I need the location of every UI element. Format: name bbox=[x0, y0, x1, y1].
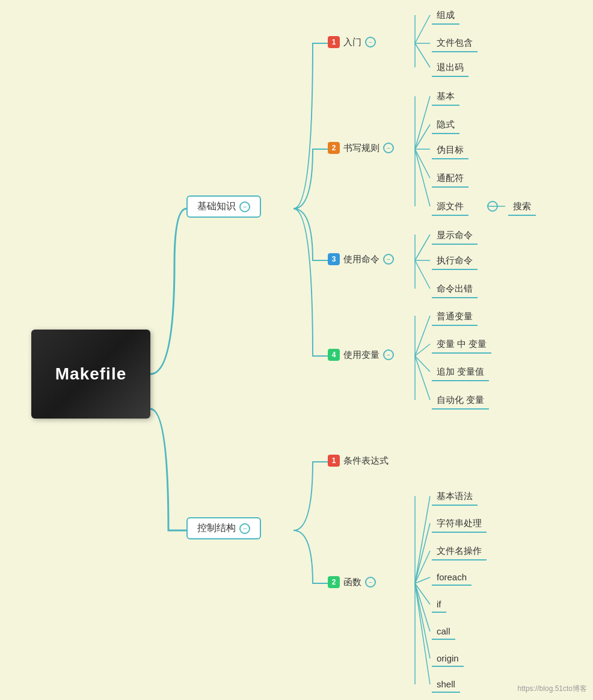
leaf-if: if bbox=[432, 597, 446, 613]
jichu-zhishi-label: 基础知识 bbox=[197, 200, 236, 213]
section-rules: 2 书写规则 − bbox=[328, 142, 394, 154]
leaf-shell: shell bbox=[432, 677, 460, 693]
svg-line-0 bbox=[415, 15, 430, 43]
funcs-label: 函数 bbox=[343, 577, 361, 588]
section-commands: 3 使用命令 − bbox=[328, 253, 394, 265]
svg-line-22 bbox=[415, 551, 430, 583]
rules-label: 书写规则 bbox=[343, 143, 379, 154]
svg-line-5 bbox=[415, 124, 430, 149]
leaf-zucheng: 组成 bbox=[432, 7, 459, 25]
svg-line-4 bbox=[415, 96, 430, 149]
svg-line-23 bbox=[415, 577, 430, 583]
svg-line-2 bbox=[415, 43, 430, 67]
intro-label: 入门 bbox=[343, 37, 361, 48]
svg-line-15 bbox=[415, 316, 430, 356]
leaf-ywj: 源文件 bbox=[432, 198, 469, 216]
section-funcs: 2 函数 − bbox=[328, 576, 376, 588]
leaf-jbyf: 基本语法 bbox=[432, 488, 478, 506]
svg-line-21 bbox=[415, 523, 430, 583]
svg-line-18 bbox=[415, 356, 430, 400]
leaf-zjblz: 追加 变量值 bbox=[432, 364, 489, 381]
leaf-origin: origin bbox=[432, 651, 464, 667]
svg-line-24 bbox=[415, 583, 430, 604]
jichu-collapse-icon[interactable]: − bbox=[239, 201, 250, 212]
svg-line-17 bbox=[415, 356, 430, 372]
leaf-ptbl: 普通变量 bbox=[432, 309, 478, 326]
badge-rules: 2 bbox=[328, 142, 340, 154]
control-collapse-icon[interactable]: − bbox=[239, 523, 250, 534]
leaf-jiben: 基本 bbox=[432, 88, 459, 106]
leaf-search: 搜索 bbox=[508, 198, 536, 216]
vars-label: 使用变量 bbox=[343, 349, 379, 361]
leaf-zfscl: 字符串处理 bbox=[432, 515, 487, 533]
badge-funcs: 2 bbox=[328, 576, 340, 588]
control-label: 控制结构 bbox=[197, 522, 236, 535]
badge-cond: 1 bbox=[328, 455, 340, 467]
leaf-xsml: 显示命令 bbox=[432, 227, 478, 245]
cond-label: 条件表达式 bbox=[343, 455, 389, 467]
svg-line-7 bbox=[415, 149, 430, 178]
funcs-collapse[interactable]: − bbox=[365, 577, 376, 588]
svg-line-25 bbox=[415, 583, 430, 631]
leaf-tcm: 退出码 bbox=[432, 60, 469, 77]
rules-collapse[interactable]: − bbox=[383, 143, 394, 153]
node-control[interactable]: 控制结构 − bbox=[186, 517, 261, 539]
vars-collapse[interactable]: − bbox=[383, 349, 394, 360]
badge-intro: 1 bbox=[328, 36, 340, 48]
leaf-zdh: 自动化 变量 bbox=[432, 392, 489, 410]
section-cond: 1 条件表达式 bbox=[328, 455, 389, 467]
badge-vars: 4 bbox=[328, 349, 340, 361]
node-jichu-zhishi[interactable]: 基础知识 − bbox=[186, 195, 261, 218]
leaf-yinshi: 隐式 bbox=[432, 117, 459, 134]
svg-line-26 bbox=[415, 583, 430, 659]
commands-label: 使用命令 bbox=[343, 254, 379, 265]
section-vars: 4 使用变量 − bbox=[328, 349, 394, 361]
leaf-wjmcz: 文件名操作 bbox=[432, 543, 487, 560]
watermark: https://blog.51cto博客 bbox=[518, 684, 587, 694]
makefile-title: Makefile bbox=[55, 364, 127, 384]
svg-line-13 bbox=[415, 260, 430, 289]
svg-line-11 bbox=[415, 235, 430, 260]
leaf-foreach: foreach bbox=[432, 570, 472, 586]
svg-line-27 bbox=[415, 583, 430, 684]
commands-collapse[interactable]: − bbox=[383, 254, 394, 265]
leaf-weimd: 伪目标 bbox=[432, 142, 469, 159]
mind-map: Makefile 基础知识 − 1 入门 − 组成 文件包含 退出码 2 书写规… bbox=[0, 0, 593, 700]
svg-line-20 bbox=[415, 496, 430, 583]
section-intro: 1 入门 − bbox=[328, 36, 376, 48]
leaf-wjbh: 文件包含 bbox=[432, 35, 478, 52]
leaf-call: call bbox=[432, 624, 455, 640]
leaf-zxml: 执行命令 bbox=[432, 253, 478, 270]
leaf-blzbl: 变量 中 变量 bbox=[432, 336, 491, 354]
leaf-tpf: 通配符 bbox=[432, 170, 469, 188]
badge-commands: 3 bbox=[328, 253, 340, 265]
svg-line-16 bbox=[415, 344, 430, 356]
intro-collapse[interactable]: − bbox=[365, 37, 376, 48]
makefile-card: Makefile bbox=[31, 330, 150, 419]
leaf-mlcc: 命令出错 bbox=[432, 281, 478, 298]
svg-line-8 bbox=[415, 149, 430, 206]
yuanwenjian-collapse[interactable]: − bbox=[487, 201, 498, 212]
